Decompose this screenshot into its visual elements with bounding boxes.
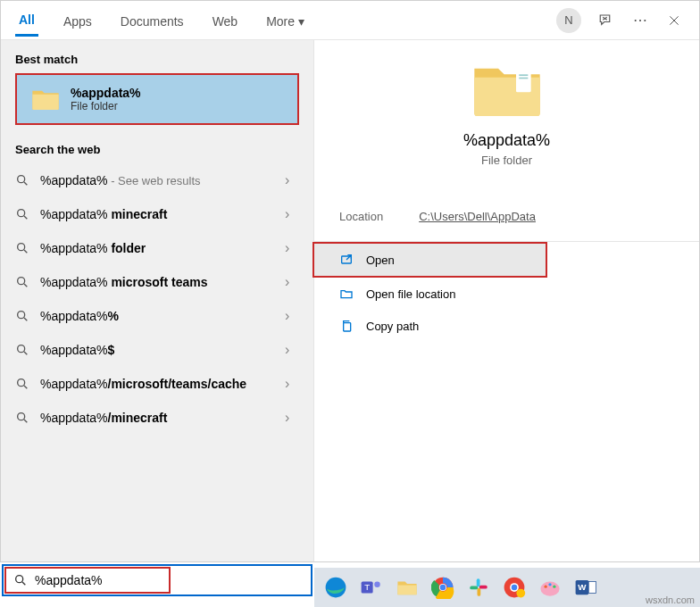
web-header: Search the web (1, 130, 313, 163)
tab-web[interactable]: Web (209, 5, 242, 36)
search-icon (15, 275, 29, 289)
search-icon (15, 173, 29, 187)
svg-point-2 (18, 244, 25, 251)
web-result-1[interactable]: %appdata% minecraft› (1, 197, 313, 231)
svg-point-1 (18, 210, 25, 217)
chevron-right-icon: › (285, 308, 299, 324)
chevron-right-icon: › (285, 240, 299, 256)
best-match-subtitle: File folder (71, 100, 141, 112)
svg-point-3 (18, 278, 25, 285)
svg-point-28 (516, 589, 525, 598)
watermark: wsxdn.com (646, 595, 695, 605)
open-action[interactable]: Open (312, 242, 547, 278)
web-result-text: %appdata%$ (40, 343, 274, 357)
web-result-text: %appdata% minecraft (40, 207, 274, 221)
svg-point-0 (18, 176, 25, 183)
folder-icon (31, 87, 60, 112)
web-result-4[interactable]: %appdata%%› (1, 299, 313, 333)
copy-path-action[interactable]: Copy path (314, 310, 699, 342)
open-label: Open (366, 254, 395, 267)
search-icon (15, 207, 29, 221)
teams-icon[interactable]: T (357, 573, 386, 602)
search-icon (15, 309, 29, 323)
taskbar: T W (314, 568, 700, 607)
paint-icon[interactable] (536, 573, 564, 602)
copy-path-label: Copy path (366, 320, 419, 333)
search-bar[interactable] (2, 564, 312, 596)
svg-point-5 (18, 345, 25, 353)
svg-point-30 (545, 586, 547, 588)
feedback-icon[interactable] (597, 12, 615, 29)
search-icon (13, 573, 28, 587)
svg-rect-21 (477, 578, 480, 586)
svg-rect-22 (470, 586, 478, 590)
svg-point-31 (548, 583, 551, 586)
preview-title: %appdata% (463, 131, 550, 150)
web-result-5[interactable]: %appdata%$› (1, 333, 313, 367)
tab-apps[interactable]: Apps (60, 5, 96, 36)
open-file-location-action[interactable]: Open file location (314, 278, 699, 310)
web-result-3[interactable]: %appdata% microsoft teams› (1, 265, 313, 299)
web-result-text: %appdata% - See web results (40, 173, 274, 187)
more-icon[interactable]: ⋯ (631, 12, 649, 29)
web-result-0[interactable]: %appdata% - See web results› (1, 163, 313, 197)
web-result-text: %appdata%/minecraft (40, 411, 274, 425)
folder-icon (471, 58, 543, 121)
svg-point-7 (18, 413, 25, 420)
open-loc-label: Open file location (366, 287, 455, 301)
svg-rect-23 (478, 588, 481, 596)
explorer-icon[interactable] (393, 573, 421, 602)
chevron-right-icon: › (285, 172, 299, 188)
web-result-6[interactable]: %appdata%/microsoft/teams/cache› (1, 367, 313, 401)
svg-rect-10 (519, 78, 528, 79)
svg-point-17 (374, 582, 380, 588)
svg-point-20 (440, 585, 446, 591)
word-icon[interactable]: W (571, 573, 600, 602)
location-link[interactable]: C:\Users\Dell\AppData (419, 210, 536, 223)
preview-panel: %appdata% File folder Location C:\Users\… (313, 40, 699, 561)
best-match-result[interactable]: %appdata% File folder (15, 73, 299, 125)
chevron-right-icon: › (285, 410, 299, 426)
search-input[interactable] (35, 573, 142, 587)
search-icon (15, 411, 29, 425)
svg-point-14 (326, 578, 346, 598)
web-result-text: %appdata%/microsoft/teams/cache (40, 377, 274, 391)
chevron-right-icon: › (285, 342, 299, 358)
svg-rect-24 (479, 586, 488, 589)
location-label: Location (339, 210, 383, 223)
user-avatar[interactable]: N (556, 8, 581, 33)
chrome-icon[interactable] (429, 573, 457, 602)
web-result-text: %appdata% folder (40, 241, 274, 255)
web-result-2[interactable]: %appdata% folder› (1, 231, 313, 265)
best-match-header: Best match (1, 40, 313, 73)
web-result-text: %appdata% microsoft teams (40, 275, 274, 289)
results-panel: Best match %appdata% File folder Search … (1, 40, 313, 561)
svg-rect-35 (588, 582, 596, 594)
chevron-right-icon: › (285, 274, 299, 290)
svg-rect-9 (519, 74, 528, 76)
slack-icon[interactable] (464, 573, 493, 602)
chrome-beta-icon[interactable] (500, 573, 529, 602)
chevron-right-icon: › (285, 206, 299, 222)
svg-rect-12 (344, 323, 351, 331)
svg-point-13 (16, 576, 23, 583)
edge-icon[interactable] (321, 573, 350, 602)
search-icon (15, 377, 29, 391)
svg-text:T: T (364, 582, 370, 592)
search-icon (15, 241, 29, 255)
svg-point-6 (18, 379, 25, 387)
open-icon (339, 253, 354, 267)
search-icon (15, 343, 29, 357)
web-result-7[interactable]: %appdata%/minecraft› (1, 401, 313, 435)
close-icon[interactable] (665, 12, 683, 29)
svg-point-27 (512, 585, 518, 591)
tab-all[interactable]: All (15, 4, 38, 37)
tab-more[interactable]: More ▾ (262, 5, 308, 36)
tab-documents[interactable]: Documents (117, 5, 188, 36)
chevron-down-icon: ▾ (298, 14, 304, 29)
filter-tabs: All Apps Documents Web More ▾ N ⋯ (1, 1, 699, 40)
folder-open-icon (339, 287, 354, 301)
svg-point-4 (18, 312, 25, 319)
web-result-text: %appdata%% (40, 309, 274, 323)
preview-subtitle: File folder (481, 154, 532, 167)
